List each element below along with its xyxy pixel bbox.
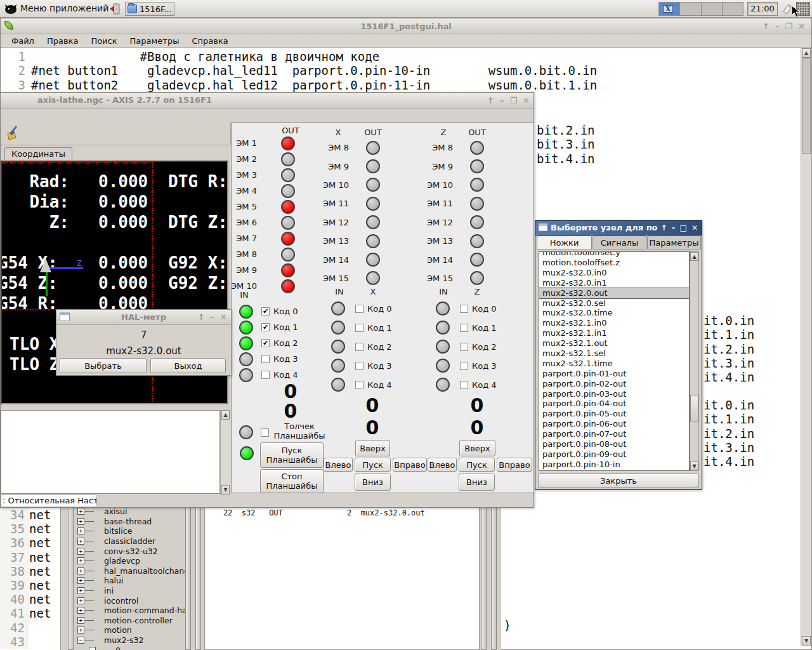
- tree-expander-icon[interactable]: [77, 607, 84, 614]
- scroll-up-icon[interactable]: ▲: [221, 410, 230, 420]
- tab-pins[interactable]: Ножки: [537, 235, 592, 250]
- background-editor-window[interactable]: 34 net 35 net 36 net 37 net 38 net 39 ne…: [0, 508, 61, 650]
- code-checkbox[interactable]: [355, 381, 363, 389]
- tree-expander-icon[interactable]: [77, 567, 84, 574]
- pin-list[interactable]: motion.tooloffset.y motion.tooloffset.zm…: [539, 251, 690, 471]
- scroll-up-icon[interactable]: ▲: [802, 48, 811, 58]
- code-checkbox[interactable]: [261, 371, 270, 379]
- scroll-down-icon[interactable]: ▼: [221, 485, 230, 494]
- spindle-start-button[interactable]: Пуск Планшайбы: [260, 442, 324, 468]
- tree-expander-icon[interactable]: [77, 548, 84, 555]
- editor-scrollbar[interactable]: ▲ ▼: [801, 48, 811, 646]
- tree-row[interactable]: motion: [74, 625, 185, 635]
- details-scrollbar[interactable]: [481, 507, 487, 650]
- list-item[interactable]: mux2-s32.1.out: [539, 338, 689, 348]
- maximize-icon[interactable]: ❐: [785, 22, 792, 31]
- select-node-titlebar[interactable]: Выберите узел для по ↑ – □ ✕: [535, 221, 702, 235]
- tree-row[interactable]: axisui: [74, 507, 185, 517]
- list-item[interactable]: mux2-s32.1.time: [539, 359, 689, 369]
- tree-row[interactable]: gladevcp: [74, 556, 185, 566]
- menu-item[interactable]: Правка: [41, 36, 84, 46]
- tab-signals[interactable]: Сигналы: [593, 235, 646, 249]
- minimize-icon[interactable]: –: [775, 22, 780, 31]
- z-left-button[interactable]: Влево: [428, 458, 457, 472]
- broom-icon[interactable]: [6, 125, 22, 142]
- select-button[interactable]: Выбрать: [60, 358, 147, 373]
- tree-expander-icon[interactable]: [77, 587, 84, 594]
- z-start-button[interactable]: Пуск: [459, 458, 495, 472]
- close-icon[interactable]: ✕: [220, 312, 227, 322]
- list-item[interactable]: parport.0.pin-03-out: [539, 389, 689, 399]
- list-item[interactable]: mux2-s32.0.out: [539, 288, 689, 298]
- tree-row[interactable]: bitslice: [74, 526, 185, 536]
- tree-row[interactable]: motion-command-har: [74, 606, 185, 616]
- list-item[interactable]: mux2-s32.1.in1: [539, 328, 689, 338]
- x-left-button[interactable]: Влево: [324, 458, 353, 472]
- hal-meter-titlebar[interactable]: HAL-метр ↑ – ✕: [56, 310, 231, 325]
- list-item[interactable]: parport.0.pin-06-out: [539, 419, 689, 429]
- tree-row[interactable]: iocontrol: [74, 595, 185, 606]
- tree-expander-icon[interactable]: [77, 577, 84, 584]
- scroll-down-icon[interactable]: ▼: [802, 636, 811, 646]
- menu-item[interactable]: Поиск: [85, 36, 122, 46]
- tree-expander-icon[interactable]: [77, 627, 84, 633]
- pager-workspace[interactable]: [679, 3, 700, 15]
- spindle-stop-button[interactable]: Стоп Планшайбы: [260, 469, 324, 493]
- scroll-thumb[interactable]: [690, 395, 698, 421]
- jog-checkbox[interactable]: [261, 428, 269, 437]
- tree-expander-icon[interactable]: [77, 617, 84, 624]
- z-right-button[interactable]: Вправо: [497, 458, 532, 472]
- tree-row[interactable]: base-thread: [74, 517, 185, 527]
- workspace-pager[interactable]: X: [658, 2, 743, 16]
- list-scrollbar[interactable]: ▲ ▼: [690, 251, 699, 471]
- list-item[interactable]: parport.0.pin-01-out: [539, 369, 689, 379]
- scroll-up-icon[interactable]: ▲: [690, 252, 698, 261]
- tree-expander-icon[interactable]: [77, 508, 84, 515]
- list-item[interactable]: mux2-s32.0.in1: [539, 278, 689, 288]
- x-up-button[interactable]: Вверх: [355, 440, 390, 456]
- tree-row[interactable]: conv-s32-u32: [74, 546, 185, 556]
- scroll-down-icon[interactable]: ▼: [690, 461, 698, 470]
- list-item[interactable]: parport.0.pin-07-out: [539, 429, 689, 439]
- code-checkbox[interactable]: [261, 339, 270, 347]
- code-checkbox[interactable]: [261, 307, 270, 315]
- applications-menu-label[interactable]: Меню приложений: [20, 3, 108, 13]
- list-item[interactable]: mux2-s32.1.in0: [539, 318, 689, 328]
- tree-row[interactable]: ini: [74, 586, 185, 596]
- logout-icon[interactable]: [109, 3, 122, 15]
- tree-scrollbar[interactable]: [185, 507, 191, 650]
- tree-row[interactable]: halui: [74, 576, 185, 586]
- shade-icon[interactable]: ↑: [198, 312, 205, 322]
- menu-item[interactable]: Справка: [186, 36, 233, 46]
- tree-expander-icon[interactable]: [77, 637, 84, 644]
- pager-workspace[interactable]: [701, 3, 722, 15]
- editor-titlebar[interactable]: 1516F1_postgui.hal ↑ – ❐ ✕: [1, 18, 811, 34]
- minimize-icon[interactable]: –: [500, 96, 504, 105]
- pager-active-workspace[interactable]: X: [659, 3, 679, 15]
- list-item-clipped[interactable]: motion.tooloffset.y: [539, 252, 689, 258]
- tree-expander-icon[interactable]: [89, 647, 96, 650]
- menu-item[interactable]: Файл: [6, 36, 40, 46]
- list-item[interactable]: parport.0.pin-04-out: [539, 399, 689, 409]
- tree-row[interactable]: hal_manualtoolchang: [74, 566, 185, 576]
- close-icon[interactable]: ✕: [691, 223, 698, 232]
- shade-icon[interactable]: ↑: [763, 22, 769, 31]
- component-tree[interactable]: axisui base-thread bitslice classicladde…: [74, 507, 185, 650]
- tree-row[interactable]: motion-controller: [74, 616, 185, 626]
- list-item[interactable]: motion.tooloffset.z: [539, 258, 689, 268]
- code-checkbox[interactable]: [460, 381, 468, 389]
- shade-icon[interactable]: ↑: [487, 96, 494, 105]
- tree-expander-icon[interactable]: [77, 538, 84, 545]
- z-down-button[interactable]: Вниз: [459, 474, 495, 491]
- code-checkbox[interactable]: [355, 305, 363, 313]
- code-checkbox[interactable]: [355, 343, 363, 351]
- z-up-button[interactable]: Вверх: [459, 440, 495, 456]
- exit-button[interactable]: Выход: [150, 358, 226, 373]
- scroll-thumb[interactable]: [802, 58, 811, 154]
- maximize-icon[interactable]: ❐: [509, 96, 517, 105]
- code-checkbox[interactable]: [460, 324, 468, 332]
- list-item[interactable]: parport.0.pin-08-out: [539, 439, 689, 449]
- tree-expander-icon[interactable]: [77, 597, 84, 604]
- code-checkbox[interactable]: [460, 305, 468, 313]
- list-item[interactable]: parport.0.pin-05-out: [539, 409, 689, 419]
